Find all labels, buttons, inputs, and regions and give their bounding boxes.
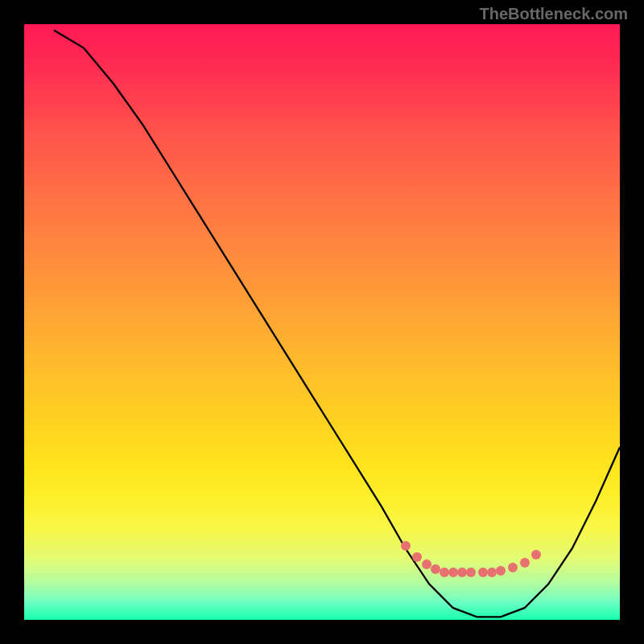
marker-dot [520,558,530,568]
watermark-text: TheBottleneck.com [480,5,628,23]
marker-dot [422,559,431,569]
marker-dot [478,568,488,577]
marker-dot [531,550,541,559]
marker-dot [508,563,518,572]
marker-dot [466,568,476,577]
marker-dot [440,568,449,577]
marker-dot [431,564,440,574]
marker-dot [487,568,497,577]
chart-curve [24,24,620,620]
plot-area [24,24,620,620]
marker-dot [401,541,411,551]
marker-dot [448,568,458,577]
